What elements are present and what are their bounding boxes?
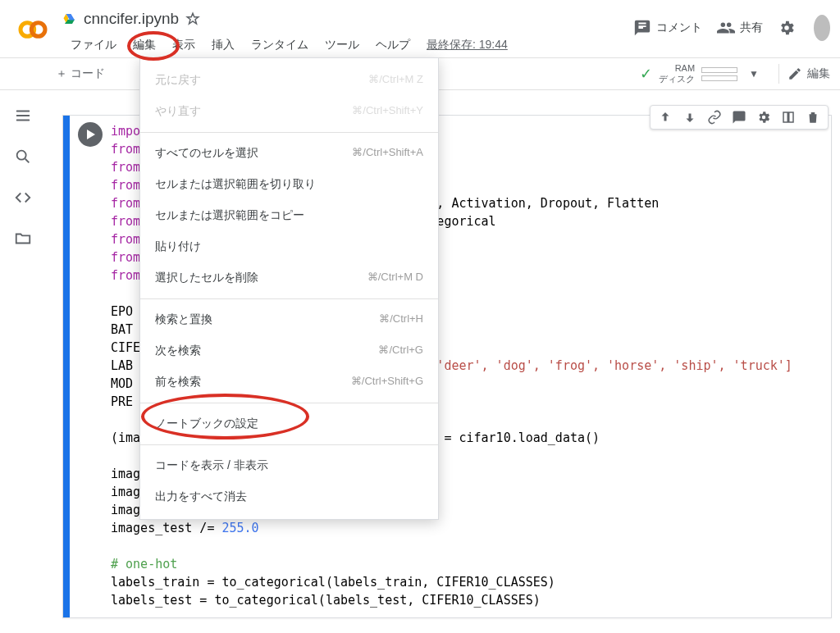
dropdown-item-shortcut: ⌘/Ctrl+Shift+G xyxy=(351,375,423,389)
dropdown-item[interactable]: セルまたは選択範囲を切り取り xyxy=(140,169,438,200)
search-icon[interactable] xyxy=(14,148,32,166)
dropdown-item[interactable]: 検索と置換⌘/Ctrl+H xyxy=(140,304,438,335)
document-title[interactable]: cnncifer.ipynb xyxy=(84,10,179,28)
mirror-icon[interactable] xyxy=(780,109,797,125)
dropdown-item-label: 貼り付け xyxy=(155,239,201,254)
star-icon[interactable] xyxy=(185,11,200,26)
runtime-status[interactable]: ✓ RAM ディスク ▼ xyxy=(640,63,770,84)
dropdown-item: 元に戻す⌘/Ctrl+M Z xyxy=(140,65,438,96)
dropdown-item-label: 出力をすべて消去 xyxy=(155,490,247,504)
ram-label: RAM xyxy=(659,63,695,74)
link-icon[interactable] xyxy=(706,109,723,125)
gear-icon[interactable] xyxy=(756,109,772,125)
dropdown-item-label: やり直す xyxy=(155,104,201,119)
dropdown-item-label: 元に戻す xyxy=(155,73,201,88)
dropdown-item[interactable]: 貼り付け xyxy=(140,231,438,262)
move-down-icon[interactable] xyxy=(682,109,698,125)
dropdown-item[interactable]: ノートブックの設定 xyxy=(140,408,438,439)
last-save[interactable]: 最終保存: 19:44 xyxy=(418,33,516,57)
dropdown-item-shortcut: ⌘/Ctrl+H xyxy=(379,312,423,327)
drive-icon xyxy=(62,11,77,26)
menu-edit[interactable]: 編集 xyxy=(125,33,164,57)
dropdown-item[interactable]: コードを表示 / 非表示 xyxy=(140,450,438,481)
dropdown-item-label: ノートブックの設定 xyxy=(155,417,258,431)
check-icon: ✓ xyxy=(640,65,652,83)
dropdown-item-label: すべてのセルを選択 xyxy=(155,146,258,161)
chevron-down-icon[interactable]: ▼ xyxy=(744,68,764,80)
avatar[interactable] xyxy=(814,15,830,41)
dropdown-item-shortcut: ⌘/Ctrl+M D xyxy=(368,271,423,285)
dropdown-item[interactable]: 選択したセルを削除⌘/Ctrl+M D xyxy=(140,262,438,294)
add-comment-icon[interactable] xyxy=(731,109,747,125)
dropdown-item-label: セルまたは選択範囲をコピー xyxy=(155,208,304,223)
svg-point-2 xyxy=(17,151,26,160)
dropdown-item[interactable]: すべてのセルを選択⌘/Ctrl+Shift+A xyxy=(140,138,438,169)
dropdown-item-label: 選択したセルを削除 xyxy=(155,271,258,285)
code-snippets-icon[interactable] xyxy=(14,189,32,207)
menu-tools[interactable]: ツール xyxy=(317,33,368,57)
menu-insert[interactable]: 挿入 xyxy=(203,33,243,57)
disk-label: ディスク xyxy=(659,74,695,84)
menu-help[interactable]: ヘルプ xyxy=(368,33,418,57)
edit-button[interactable]: 編集 xyxy=(788,66,830,81)
edit-dropdown: 元に戻す⌘/Ctrl+M Zやり直す⌘/Ctrl+Shift+Yすべてのセルを選… xyxy=(139,57,439,520)
dropdown-item[interactable]: 出力をすべて消去 xyxy=(140,481,438,512)
dropdown-item-label: 次を検索 xyxy=(155,344,201,358)
move-up-icon[interactable] xyxy=(657,109,673,125)
dropdown-item-label: コードを表示 / 非表示 xyxy=(155,458,268,473)
menu-view[interactable]: 表示 xyxy=(164,33,203,57)
dropdown-item[interactable]: 前を検索⌘/Ctrl+Shift+G xyxy=(140,367,438,398)
comment-button[interactable]: コメント xyxy=(633,19,702,37)
dropdown-item[interactable]: 次を検索⌘/Ctrl+G xyxy=(140,335,438,367)
dropdown-item-shortcut: ⌘/Ctrl+G xyxy=(378,344,423,358)
run-button[interactable] xyxy=(78,122,103,147)
menu-runtime[interactable]: ランタイム xyxy=(243,33,317,57)
dropdown-item: やり直す⌘/Ctrl+Shift+Y xyxy=(140,96,438,127)
dropdown-item-label: 検索と置換 xyxy=(155,312,212,327)
dropdown-item[interactable]: セルまたは選択範囲をコピー xyxy=(140,200,438,231)
comment-label: コメント xyxy=(656,20,702,35)
colab-logo xyxy=(16,13,49,46)
share-label: 共有 xyxy=(740,20,763,35)
toc-icon[interactable] xyxy=(14,107,32,125)
dropdown-item-shortcut: ⌘/Ctrl+Shift+A xyxy=(352,146,423,161)
settings-button[interactable] xyxy=(778,19,796,37)
dropdown-item-shortcut: ⌘/Ctrl+M Z xyxy=(368,73,423,88)
cell-toolbar xyxy=(650,105,829,130)
cell-gutter xyxy=(63,116,70,617)
add-code-button[interactable]: ＋ コード xyxy=(49,63,112,84)
trash-icon[interactable] xyxy=(805,109,821,125)
divider xyxy=(778,64,779,84)
dropdown-item-label: 前を検索 xyxy=(155,375,201,389)
menu-file[interactable]: ファイル xyxy=(62,33,125,57)
resource-bars xyxy=(701,67,737,81)
share-button[interactable]: 共有 xyxy=(717,19,763,37)
dropdown-item-label: セルまたは選択範囲を切り取り xyxy=(155,177,316,192)
edit-label: 編集 xyxy=(807,66,830,81)
files-icon[interactable] xyxy=(14,230,32,248)
dropdown-item-shortcut: ⌘/Ctrl+Shift+Y xyxy=(352,104,423,119)
